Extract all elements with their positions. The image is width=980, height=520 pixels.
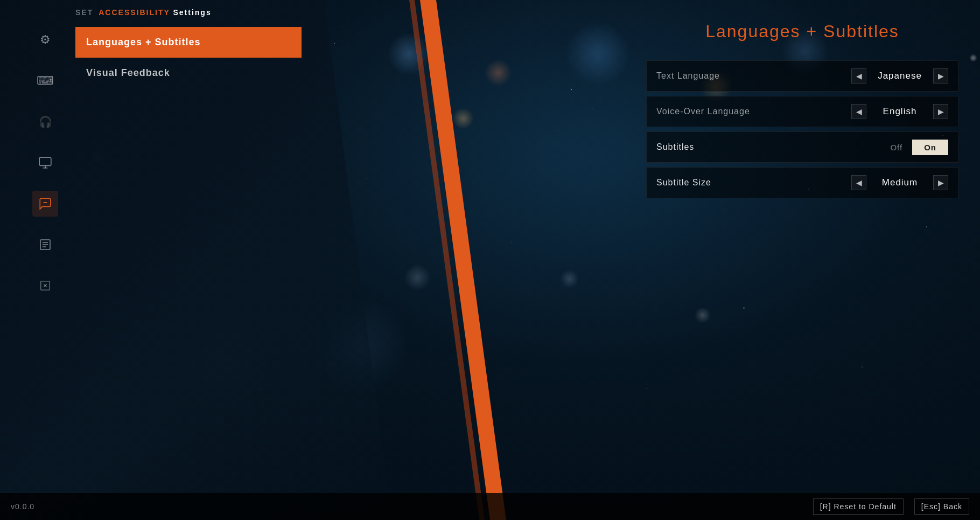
- subtitles-off[interactable]: Off: [880, 140, 912, 155]
- sidebar-icon-close[interactable]: [32, 273, 58, 299]
- subtitle-size-prev[interactable]: ◀: [851, 175, 866, 190]
- header: SET ACCESSIBILITY Settings: [75, 0, 212, 24]
- sidebar-icon-text[interactable]: [32, 232, 58, 258]
- header-title-white: Settings: [170, 8, 212, 17]
- header-set: SET: [75, 8, 93, 17]
- sidebar-icon-headset[interactable]: 🎧: [32, 109, 58, 135]
- header-title-accent: ACCESSIBILITY: [99, 8, 170, 17]
- sidebar-icon-monitor[interactable]: [32, 150, 58, 176]
- text-language-prev[interactable]: ◀: [851, 68, 866, 84]
- setting-row-subtitle-size: Subtitle Size ◀ Medium ▶: [646, 167, 958, 198]
- svg-rect-2: [39, 157, 51, 165]
- subtitle-size-value: Medium: [873, 177, 927, 188]
- header-title: ACCESSIBILITY Settings: [99, 8, 211, 17]
- voiceover-language-prev[interactable]: ◀: [851, 104, 866, 119]
- bottom-actions: [R] Reset to Default [Esc] Back: [813, 498, 969, 515]
- text-language-control: ◀ Japanese ▶: [851, 68, 948, 84]
- menu-item-languages[interactable]: Languages + Subtitles: [75, 27, 302, 58]
- reset-default-button[interactable]: [R] Reset to Default: [813, 498, 904, 515]
- menu: Languages + Subtitles Visual Feedback: [75, 27, 302, 88]
- voiceover-language-next[interactable]: ▶: [933, 104, 948, 119]
- bottom-bar: v0.0.0 [R] Reset to Default [Esc] Back: [0, 493, 980, 520]
- voiceover-language-label: Voice-Over Language: [656, 107, 851, 116]
- sidebar-icon-settings[interactable]: ⚙: [32, 27, 58, 53]
- right-panel-title: Languages + Subtitles: [646, 22, 958, 41]
- subtitles-on[interactable]: On: [912, 140, 948, 155]
- text-language-value: Japanese: [873, 71, 927, 81]
- right-panel: Languages + Subtitles Text Language ◀ Ja…: [625, 0, 980, 520]
- back-button[interactable]: [Esc] Back: [914, 498, 969, 515]
- text-language-next[interactable]: ▶: [933, 68, 948, 84]
- setting-row-text-language: Text Language ◀ Japanese ▶: [646, 60, 958, 92]
- subtitle-size-next[interactable]: ▶: [933, 175, 948, 190]
- subtitle-size-label: Subtitle Size: [656, 178, 851, 188]
- setting-row-subtitles: Subtitles Off On: [646, 131, 958, 163]
- sidebar-icon-keyboard[interactable]: ⌨: [32, 68, 58, 94]
- setting-row-voiceover-language: Voice-Over Language ◀ English ▶: [646, 96, 958, 127]
- voiceover-language-control: ◀ English ▶: [851, 104, 948, 119]
- subtitles-label: Subtitles: [656, 142, 880, 152]
- sidebar-icon-subtitle[interactable]: [32, 191, 58, 217]
- subtitles-toggle: Off On: [880, 140, 948, 155]
- text-language-label: Text Language: [656, 71, 851, 81]
- version-label: v0.0.0: [11, 502, 34, 511]
- subtitle-size-control: ◀ Medium ▶: [851, 175, 948, 190]
- sidebar: ⚙ ⌨ 🎧: [32, 27, 58, 299]
- menu-item-visual-feedback[interactable]: Visual Feedback: [75, 58, 302, 88]
- voiceover-language-value: English: [873, 106, 927, 117]
